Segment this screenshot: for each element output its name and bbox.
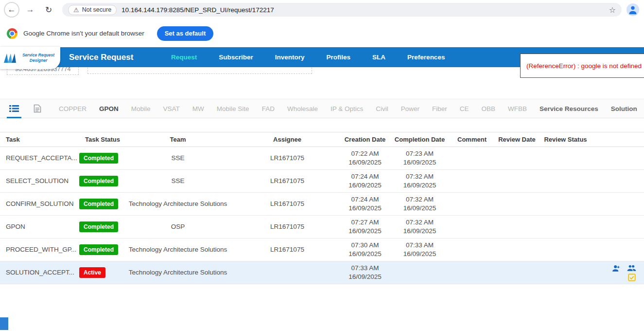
chrome-icon — [7, 28, 17, 39]
banner-message: Google Chrome isn't your default browser — [23, 30, 144, 37]
task-name-cell: GPON — [0, 216, 79, 239]
tab-fad[interactable]: FAD — [262, 105, 275, 112]
nav-item-profiles[interactable]: Profiles — [327, 54, 351, 61]
tab-mw[interactable]: MW — [192, 105, 204, 112]
status-badge: Completed — [79, 199, 118, 209]
team-cell: SSE — [122, 147, 234, 170]
task-row-confirm-solution[interactable]: CONFIRM_SOLUTIONCompletedTechnology Arch… — [0, 193, 644, 216]
nav-item-subscriber[interactable]: Subscriber — [219, 54, 253, 61]
security-chip[interactable]: ⚠ Not secure — [68, 5, 117, 15]
tab-ce[interactable]: CE — [460, 105, 469, 112]
back-button[interactable]: ← — [5, 3, 18, 17]
task-status-cell: Active — [79, 261, 122, 284]
review-date-cell — [494, 239, 540, 261]
warning-icon: ⚠ — [73, 6, 79, 14]
tab-wfbb[interactable]: WFBB — [508, 105, 527, 112]
tab-obb[interactable]: OBB — [482, 105, 496, 112]
column-header-review-status: Review Status — [540, 132, 591, 147]
review-date-cell — [494, 193, 540, 216]
assignee-cell: LR1671075 — [234, 193, 341, 216]
status-badge: Completed — [79, 176, 118, 186]
completion-date-cell: 07:33 AM16/09/2025 — [389, 239, 450, 261]
row-actions — [591, 239, 644, 261]
creation-date-cell: 07:27 AM16/09/2025 — [341, 216, 389, 239]
column-header-review-date: Review Date — [494, 132, 540, 147]
task-status-cell: Completed — [79, 216, 122, 239]
task-row-proceed-with-gp[interactable]: PROCEED_WITH_GP...CompletedTechnology Ar… — [0, 239, 644, 261]
nav-item-request[interactable]: Request — [171, 54, 197, 61]
assignee-cell — [234, 261, 341, 284]
set-as-default-button[interactable]: Set as default — [157, 26, 214, 41]
nav-item-sla[interactable]: SLA — [372, 54, 385, 61]
document-icon[interactable] — [29, 99, 46, 118]
tab-wholesale[interactable]: Wholesale — [287, 105, 318, 112]
address-bar[interactable]: ⚠ Not secure 10.164.144.179:8285/NEP_SRD… — [62, 3, 622, 17]
completion-date-cell: 07:32 AM16/09/2025 — [389, 170, 450, 193]
tab-power[interactable]: Power — [401, 105, 419, 112]
creation-date-cell: 07:30 AM16/09/2025 — [341, 239, 389, 261]
tab-copper[interactable]: COPPER — [59, 105, 87, 112]
comment-cell — [450, 216, 494, 239]
team-cell: Technology Architecture Solutions — [122, 261, 234, 284]
column-header-actions — [591, 132, 644, 147]
url-text: 10.164.144.179:8285/NEP_SRD_UI/request/1… — [122, 6, 274, 14]
review-status-cell — [540, 170, 591, 193]
tab-mobile[interactable]: Mobile — [131, 105, 151, 112]
review-status-cell — [540, 239, 591, 261]
team-icon[interactable] — [627, 263, 636, 273]
task-name-cell: SOLUTION_ACCEPT... — [0, 261, 79, 284]
logo-text: Service Request Designer — [17, 53, 60, 63]
assignee-cell: LR1671075 — [234, 239, 341, 261]
task-table-body: REQUEST_ACCEPTA...CompletedSSELR16710750… — [0, 147, 644, 284]
browser-toolbar: ← → ↻ ⚠ Not secure 10.164.144.179:8285/N… — [0, 0, 644, 19]
creation-date-cell: 07:24 AM16/09/2025 — [341, 193, 389, 216]
tab-vsat[interactable]: VSAT — [163, 105, 180, 112]
tab-solution[interactable]: Solution — [611, 105, 637, 112]
review-date-cell — [494, 216, 540, 239]
task-table-header-row: TaskTask StatusTeamAssigneeCreation Date… — [0, 132, 644, 147]
review-status-cell — [540, 261, 591, 284]
column-header-comment: Comment — [450, 132, 494, 147]
review-status-cell — [540, 216, 591, 239]
assign-user-icon[interactable] — [611, 264, 620, 273]
profile-avatar[interactable] — [627, 3, 639, 16]
task-row-gpon[interactable]: GPONCompletedOSPLR167107507:27 AM16/09/2… — [0, 216, 644, 239]
approve-checkbox-icon[interactable] — [627, 273, 636, 282]
person-icon — [627, 4, 638, 15]
task-row-request-accepta[interactable]: REQUEST_ACCEPTA...CompletedSSELR16710750… — [0, 147, 644, 170]
task-list-icon[interactable] — [6, 99, 22, 118]
page-title: Service Request — [69, 47, 133, 67]
review-status-cell — [540, 193, 591, 216]
row-actions — [591, 170, 644, 193]
bookmark-star-icon[interactable]: ☆ — [609, 5, 616, 15]
module-tab-bar: COPPERGPONMobileVSATMWMobile SiteFADWhol… — [0, 99, 644, 118]
tab-service-resources[interactable]: Service Resources — [540, 105, 598, 112]
column-header-completion-date: Completion Date — [389, 132, 450, 147]
task-row-solution-accept[interactable]: SOLUTION_ACCEPT...ActiveTechnology Archi… — [0, 261, 644, 284]
comment-cell — [450, 147, 494, 170]
srd-logo-icon — [3, 52, 17, 64]
column-header-task-status: Task Status — [79, 132, 122, 147]
forward-button[interactable]: → — [23, 3, 37, 17]
creation-date-cell: 07:33 AM16/09/2025 — [341, 261, 389, 284]
completion-date-cell: 07:23 AM16/09/2025 — [389, 147, 450, 170]
bottom-left-widget[interactable] — [0, 317, 8, 330]
task-row-select-solution[interactable]: SELECT_SOLUTIONCompletedSSELR167107507:2… — [0, 170, 644, 193]
creation-date-cell: 07:22 AM16/09/2025 — [341, 147, 389, 170]
reload-button[interactable]: ↻ — [42, 3, 55, 17]
row-actions — [591, 216, 644, 239]
completion-date-cell: 07:32 AM16/09/2025 — [389, 216, 450, 239]
tab-ip-optics[interactable]: IP & Optics — [331, 105, 363, 112]
tab-fiber[interactable]: Fiber — [432, 105, 447, 112]
nav-item-preferences[interactable]: Preferences — [407, 54, 445, 61]
nav-item-inventory[interactable]: Inventory — [275, 54, 305, 61]
completion-date-cell — [389, 261, 450, 284]
app-logo[interactable]: Service Request Designer — [0, 47, 60, 69]
assignee-cell: LR1671075 — [234, 170, 341, 193]
comment-cell — [450, 239, 494, 261]
tab-gpon[interactable]: GPON — [99, 105, 119, 112]
tab-civil[interactable]: Civil — [376, 105, 388, 112]
review-date-cell — [494, 170, 540, 193]
tab-mobile-site[interactable]: Mobile Site — [217, 105, 249, 112]
column-header-creation-date: Creation Date — [341, 132, 389, 147]
